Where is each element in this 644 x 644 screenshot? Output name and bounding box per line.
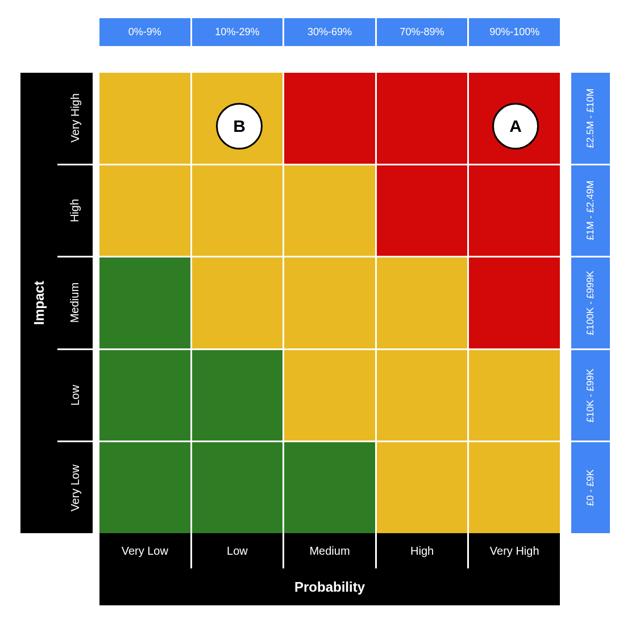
heatmap-cell <box>99 73 190 164</box>
heatmap-cell <box>192 165 283 256</box>
heatmap-cell <box>192 257 283 348</box>
risk-matrix-chart: 0%-9%10%-29%30%-69%70%-89%90%-100% Impac… <box>0 0 644 644</box>
heatmap-cell <box>377 73 468 164</box>
impact-money-range: £100K - £999K <box>571 257 610 348</box>
heatmap-cell <box>284 350 375 441</box>
impact-level-label: Low <box>57 350 93 441</box>
heatmap-cell <box>192 350 283 441</box>
heatmap-cell <box>469 165 560 256</box>
heatmap-cell <box>284 442 375 533</box>
prob-range: 10%-29% <box>192 18 283 46</box>
prob-range: 30%-69% <box>284 18 375 46</box>
heatmap-cell <box>284 73 375 164</box>
heatmap-cell <box>99 442 190 533</box>
impact-level-label: Very Low <box>57 442 93 533</box>
risk-marker: B <box>216 103 263 149</box>
impact-money-ranges: £2.5M - £10M£1M - £2.49M£100K - £999K£10… <box>571 73 610 533</box>
probability-level-label: High <box>377 533 468 568</box>
prob-range: 70%-89% <box>377 18 468 46</box>
x-axis-title-band: Probability <box>99 568 560 605</box>
impact-money-range: £10K - £99K <box>571 350 610 441</box>
impact-money-range: £1M - £2.49M <box>571 165 610 256</box>
risk-marker: A <box>492 103 539 149</box>
x-axis-category-labels: Very LowLowMediumHighVery High <box>99 533 560 568</box>
heatmap-cell <box>99 257 190 348</box>
heatmap-cell <box>469 257 560 348</box>
probability-ranges-header: 0%-9%10%-29%30%-69%70%-89%90%-100% <box>99 18 560 46</box>
heatmap-cell <box>192 442 283 533</box>
impact-level-label: Medium <box>57 257 93 348</box>
prob-range: 90%-100% <box>469 18 560 46</box>
heatmap-cell <box>99 350 190 441</box>
heatmap-cell <box>99 165 190 256</box>
heatmap-cell <box>284 165 375 256</box>
impact-level-label: High <box>57 165 93 256</box>
heatmap-cell <box>284 257 375 348</box>
y-axis-title-band: Impact <box>20 73 57 533</box>
prob-range: 0%-9% <box>99 18 190 46</box>
heatmap-cell <box>377 442 468 533</box>
impact-level-label: Very High <box>57 73 93 164</box>
y-axis-title: Impact <box>31 281 47 325</box>
x-axis-title: Probability <box>294 579 365 595</box>
impact-money-range: £0 - £9K <box>571 442 610 533</box>
probability-level-label: Very Low <box>99 533 190 568</box>
probability-level-label: Medium <box>284 533 375 568</box>
heatmap-cell <box>377 257 468 348</box>
probability-level-label: Very High <box>469 533 560 568</box>
heatmap-grid <box>99 73 560 533</box>
probability-level-label: Low <box>192 533 283 568</box>
impact-money-range: £2.5M - £10M <box>571 73 610 164</box>
y-axis-category-labels: Very HighHighMediumLowVery Low <box>57 73 93 533</box>
heatmap-cell <box>377 350 468 441</box>
heatmap-cell <box>377 165 468 256</box>
heatmap-cell <box>469 350 560 441</box>
heatmap-cell <box>469 442 560 533</box>
